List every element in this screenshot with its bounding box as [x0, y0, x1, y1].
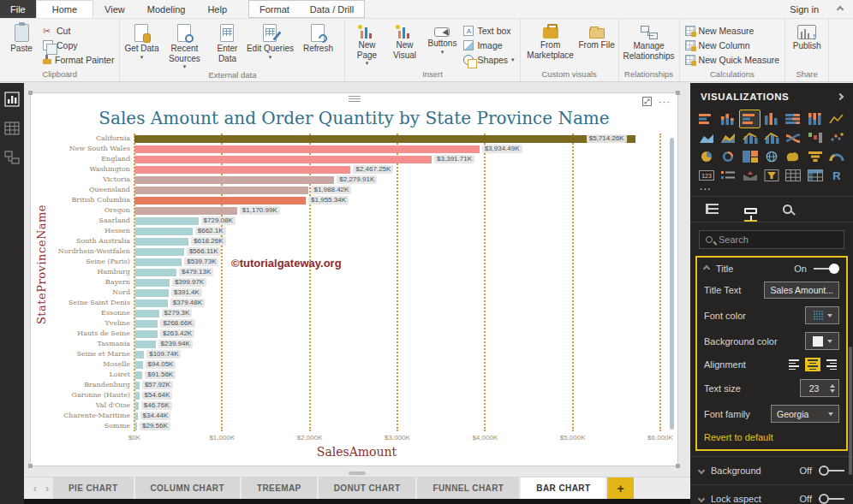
resize-handle[interactable]	[28, 464, 33, 468]
line-and-stacked-column-chart-icon[interactable]	[740, 129, 760, 146]
title-text-value-button[interactable]: Sales Amount...	[764, 282, 839, 299]
publish-button[interactable]: ↑ Publish	[788, 21, 826, 51]
waterfall-chart-icon[interactable]	[805, 129, 825, 146]
bar[interactable]	[134, 382, 140, 389]
format-pane-tab[interactable]	[744, 204, 757, 222]
bar[interactable]	[134, 135, 635, 143]
r-script-visual-icon[interactable]: R	[827, 167, 847, 184]
ribbon-chart-icon[interactable]	[784, 129, 803, 146]
model-view-button[interactable]	[4, 150, 20, 165]
new-column-button[interactable]: New Column	[683, 39, 783, 51]
kpi-icon[interactable]	[740, 167, 760, 184]
collapse-ribbon-button[interactable]	[827, 0, 853, 18]
donut-chart-icon[interactable]	[718, 148, 737, 165]
tab-data-drill[interactable]: Data / Drill	[300, 1, 364, 17]
bar[interactable]	[134, 351, 144, 359]
paste-button[interactable]: Paste	[3, 21, 40, 54]
data-view-button[interactable]	[4, 121, 20, 136]
background-section[interactable]: Background Off	[690, 456, 853, 484]
format-painter-button[interactable]: Format Painter	[40, 53, 116, 66]
bar[interactable]	[134, 279, 170, 287]
new-quick-measure-button[interactable]: New Quick Measure	[683, 53, 783, 66]
recent-sources-button[interactable]: Recent Sources▾	[160, 21, 208, 69]
tab-modeling[interactable]: Modeling	[136, 0, 197, 18]
canvas-scrollbar[interactable]	[349, 471, 366, 475]
background-color-dropdown[interactable]	[805, 332, 839, 350]
page-tab-donut-chart[interactable]: DONUT CHART	[319, 477, 416, 499]
refresh-button[interactable]: Refresh	[294, 21, 342, 54]
resize-handle[interactable]	[676, 91, 680, 95]
from-marketplace-button[interactable]: From Marketplace	[523, 21, 578, 60]
multi-row-card-icon[interactable]	[718, 167, 737, 184]
card-icon[interactable]: 123	[696, 167, 716, 184]
lock-aspect-section[interactable]: Lock aspect Off	[690, 484, 853, 504]
bar-chart-visual[interactable]: ··· Sales Amount and Order Quantity by S…	[30, 92, 678, 466]
bar[interactable]	[134, 361, 143, 369]
bar[interactable]	[134, 371, 142, 379]
scatter-chart-icon[interactable]	[827, 129, 847, 146]
100-stacked-bar-chart-icon[interactable]	[784, 110, 803, 127]
align-right-button[interactable]	[824, 358, 839, 371]
spinner-up-icon[interactable]	[830, 384, 835, 388]
bar[interactable]	[134, 330, 158, 338]
bar[interactable]	[134, 176, 334, 184]
tab-home[interactable]: Home	[36, 0, 93, 18]
search-input[interactable]	[719, 234, 838, 245]
page-tab-funnel-chart[interactable]: FUNNEL CHART	[417, 477, 519, 499]
sign-in-button[interactable]: Sign in	[781, 0, 827, 18]
text-box-button[interactable]: AText box	[461, 24, 516, 37]
edit-queries-button[interactable]: Edit Queries▾	[246, 21, 294, 60]
bar[interactable]	[134, 187, 308, 194]
lock-aspect-toggle[interactable]	[819, 494, 844, 504]
report-view-button[interactable]	[4, 92, 20, 107]
format-search-box[interactable]	[699, 230, 844, 249]
stacked-area-chart-icon[interactable]	[718, 129, 737, 146]
title-toggle[interactable]	[814, 264, 839, 274]
bar[interactable]	[134, 207, 237, 215]
page-tab-treemap[interactable]: TREEMAP	[242, 477, 317, 499]
matrix-icon[interactable]	[805, 167, 825, 184]
table-icon[interactable]	[784, 167, 803, 184]
bar[interactable]	[134, 166, 350, 174]
new-measure-button[interactable]: New Measure	[683, 24, 783, 37]
new-visual-button[interactable]: New Visual	[385, 21, 423, 60]
image-button[interactable]: Image	[461, 39, 516, 51]
treemap-icon[interactable]	[740, 148, 760, 165]
tab-file[interactable]: File	[0, 0, 36, 18]
page-tab-bar-chart[interactable]: BAR CHART	[521, 477, 605, 499]
report-canvas[interactable]: ··· Sales Amount and Order Quantity by S…	[24, 83, 690, 477]
text-size-stepper[interactable]: 23	[800, 379, 839, 397]
stacked-bar-chart-icon[interactable]	[696, 110, 716, 127]
from-file-button[interactable]: From File	[578, 21, 616, 50]
slicer-icon[interactable]	[761, 167, 781, 184]
more-visuals-button[interactable]: ···	[690, 184, 853, 196]
bar[interactable]	[134, 258, 182, 266]
bar[interactable]	[134, 412, 138, 420]
visual-drag-handle-icon[interactable]	[349, 96, 361, 103]
bar[interactable]	[134, 299, 168, 307]
tab-view[interactable]: View	[93, 0, 136, 18]
buttons-button[interactable]: Buttons▾	[423, 21, 461, 55]
font-family-dropdown[interactable]: Georgia	[771, 405, 839, 423]
clustered-column-chart-icon[interactable]	[761, 110, 781, 127]
bar[interactable]	[134, 320, 158, 328]
revert-to-default-link[interactable]: Revert to default	[704, 432, 839, 442]
enter-data-button[interactable]: Enter Data	[208, 21, 246, 63]
funnel-icon[interactable]	[805, 148, 825, 165]
clustered-bar-chart-icon[interactable]	[740, 110, 760, 127]
bar[interactable]	[134, 392, 140, 400]
get-data-button[interactable]: Get Data▾	[122, 21, 160, 60]
shapes-button[interactable]: Shapes▾	[461, 53, 516, 66]
line-and-clustered-column-chart-icon[interactable]	[761, 129, 781, 146]
bar[interactable]	[134, 341, 156, 348]
bar[interactable]	[134, 310, 159, 317]
panel-scrollbar[interactable]	[849, 347, 852, 475]
align-left-button[interactable]	[786, 358, 802, 371]
focus-mode-icon[interactable]	[642, 97, 652, 106]
filled-map-icon[interactable]	[784, 148, 803, 165]
page-tab-column-chart[interactable]: COLUMN CHART	[135, 477, 240, 499]
bar[interactable]	[134, 423, 137, 430]
bar[interactable]	[134, 238, 188, 246]
line-chart-icon[interactable]	[827, 110, 847, 127]
font-color-dropdown[interactable]	[805, 306, 839, 324]
